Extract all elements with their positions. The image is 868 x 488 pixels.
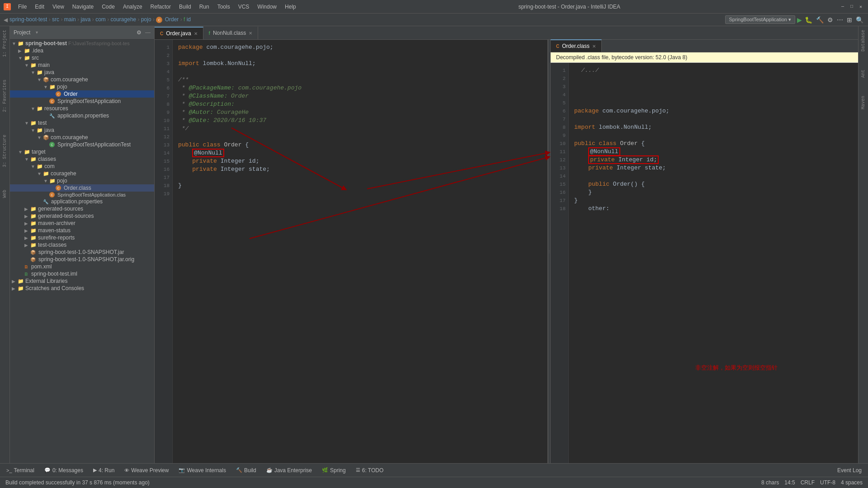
menu-run[interactable]: Run <box>196 3 213 11</box>
bc-id[interactable]: id <box>187 16 191 23</box>
status-line-ending[interactable]: CRLF <box>801 479 815 486</box>
tab-weave-internals[interactable]: 📷 Weave Internals <box>174 465 231 475</box>
bc-couragehe[interactable]: couragehe <box>111 16 137 23</box>
tab-nonnull[interactable]: f NonNull.class ✕ <box>203 27 259 39</box>
event-log-button[interactable]: Event Log <box>833 465 866 475</box>
bc-java[interactable]: java <box>80 16 90 23</box>
menu-view[interactable]: View <box>49 3 68 11</box>
tree-item-maven-archiver[interactable]: ▶ 📁 maven-archiver <box>10 220 154 227</box>
panel-tab-database[interactable]: Database <box>860 28 867 53</box>
project-dropdown-icon[interactable]: ▾ <box>36 30 38 35</box>
tree-item-main[interactable]: ▼ 📁 main <box>10 61 154 69</box>
tab-weave-preview[interactable]: 👁 Weave Preview <box>120 465 173 475</box>
tab-close-order-java[interactable]: ✕ <box>194 31 198 36</box>
status-indent[interactable]: 4 spaces <box>841 479 863 486</box>
run-config-selector[interactable]: SpringBootTestApplication ▾ <box>725 15 795 24</box>
project-settings-icon[interactable]: ⚙ <box>137 29 142 36</box>
menu-navigate[interactable]: Navigate <box>69 3 97 11</box>
menu-help[interactable]: Help <box>281 3 300 11</box>
tree-item-jar[interactable]: 📦 spring-boot-test-1.0-SNAPSHOT.jar <box>10 249 154 256</box>
tree-item-target-pojo[interactable]: ▼ 📁 pojo <box>10 177 154 184</box>
tab-spring[interactable]: 🌿 Spring <box>317 465 350 475</box>
tab-close-nonnull[interactable]: ✕ <box>249 31 252 36</box>
tree-item-test-java[interactable]: ▼ 📁 java <box>10 127 154 134</box>
tree-item-idea[interactable]: ▶ 📁 .idea <box>10 47 154 54</box>
tree-item-order-class[interactable]: C Order.class <box>10 184 154 192</box>
bc-pojo[interactable]: pojo <box>141 16 151 23</box>
tree-item-classes-couragehe[interactable]: ▼ 📁 couragehe <box>10 170 154 177</box>
bc-com[interactable]: com <box>95 16 106 23</box>
tree-item-resources[interactable]: ▼ 📁 resources <box>10 105 154 112</box>
debug-icon[interactable]: 🐛 <box>805 16 812 23</box>
tree-item-scratches[interactable]: ▶ 📁 Scratches and Consoles <box>10 285 154 292</box>
tree-item-classes[interactable]: ▼ 📁 classes <box>10 155 154 163</box>
tree-item-src[interactable]: ▼ 📁 src <box>10 54 154 61</box>
tab-messages[interactable]: 💬 0: Messages <box>40 465 88 475</box>
search-icon[interactable]: 🔍 <box>856 16 863 23</box>
tab-run[interactable]: ▶ 4: Run <box>89 465 119 475</box>
maximize-button[interactable]: □ <box>848 3 855 10</box>
run-button[interactable]: ▶ <box>797 16 802 23</box>
panel-tab-favorites[interactable]: 2: Favorites <box>1 78 8 114</box>
back-icon[interactable]: ◀ <box>4 17 8 23</box>
tree-item-order[interactable]: C Order <box>10 90 154 98</box>
tab-java-enterprise[interactable]: ☕ Java Enterprise <box>262 465 316 475</box>
tab-order-class[interactable]: C Order.class ✕ <box>551 39 602 52</box>
tree-item-iml[interactable]: 🗎 spring-boot-test.iml <box>10 270 154 277</box>
tab-order-java[interactable]: C Order.java ✕ <box>155 27 203 39</box>
menu-vcs[interactable]: VCS <box>235 3 253 11</box>
tree-item-springboot-app[interactable]: C SpringBootTestApplication <box>10 98 154 105</box>
menu-window[interactable]: Window <box>254 3 280 11</box>
bc-src[interactable]: src <box>52 16 59 23</box>
tab-todo[interactable]: ☰ 6: TODO <box>351 465 388 475</box>
tab-build[interactable]: 🔨 Build <box>231 465 261 475</box>
status-encoding[interactable]: UTF-8 <box>820 479 835 486</box>
tree-item-surefire[interactable]: ▶ 📁 surefire-reports <box>10 234 154 241</box>
status-position[interactable]: 14:5 <box>784 479 795 486</box>
menu-edit[interactable]: Edit <box>31 3 48 11</box>
panel-tab-structure[interactable]: 3: Structure <box>1 133 8 169</box>
menu-code[interactable]: Code <box>98 3 118 11</box>
tree-item-springboot-class[interactable]: C SpringBootTestApplication.clas <box>10 192 154 198</box>
tree-item-app-props[interactable]: 🔧 application.properties <box>10 112 154 119</box>
panel-tab-maven[interactable]: Maven <box>860 94 867 111</box>
panel-tab-ant[interactable]: Ant <box>860 68 867 80</box>
tree-item-maven-status[interactable]: ▶ 📁 maven-status <box>10 227 154 234</box>
menu-refactor[interactable]: Refactor <box>147 3 175 11</box>
bc-order[interactable]: Order <box>165 16 179 23</box>
tree-item-com-couragehe[interactable]: ▼ 📦 com.couragehe <box>10 76 154 83</box>
minimize-button[interactable]: — <box>839 3 846 10</box>
tree-item-gen-test-sources[interactable]: ▶ 📁 generated-test-sources <box>10 212 154 220</box>
tab-terminal[interactable]: >_ Terminal <box>2 465 39 475</box>
tree-item-external[interactable]: ▶ 📁 External Libraries <box>10 277 154 285</box>
tree-item-root[interactable]: ▼ 📁 spring-boot-test F:\Java\Test\spring… <box>10 40 154 47</box>
bc-project[interactable]: spring-boot-test <box>9 16 47 23</box>
tree-item-pojo[interactable]: ▼ 📁 pojo <box>10 83 154 90</box>
menu-build[interactable]: Build <box>175 3 195 11</box>
tree-item-test-class[interactable]: C SpringBootTestApplicationTest <box>10 141 154 148</box>
tree-item-pom[interactable]: 🗎 pom.xml <box>10 263 154 270</box>
tree-item-jar-orig[interactable]: 📦 spring-boot-test-1.0-SNAPSHOT.jar.orig <box>10 256 154 263</box>
tree-item-test-com[interactable]: ▼ 📦 com.couragehe <box>10 134 154 141</box>
left-code-body[interactable]: package com.couragehe.pojo; import lombo… <box>173 40 547 463</box>
menu-file[interactable]: File <box>14 3 30 11</box>
tree-item-java[interactable]: ▼ 📁 java <box>10 69 154 76</box>
tree-item-classes-com[interactable]: ▼ 📁 com <box>10 163 154 170</box>
bc-main[interactable]: main <box>64 16 76 23</box>
tree-item-target[interactable]: ▼ 📁 target <box>10 148 154 155</box>
project-collapse-icon[interactable]: — <box>145 29 151 36</box>
settings-icon[interactable]: ⚙ <box>827 16 833 23</box>
tree-item-test-classes[interactable]: ▶ 📁 test-classes <box>10 241 154 249</box>
right-code-body[interactable]: /.../ package com.couragehe.pojo; import… <box>569 63 858 463</box>
panel-tab-web[interactable]: Web <box>1 188 8 200</box>
layout-icon[interactable]: ⊞ <box>847 16 852 23</box>
menu-tools[interactable]: Tools <box>214 3 234 11</box>
tree-item-gen-sources[interactable]: ▶ 📁 generated-sources <box>10 205 154 212</box>
more-icon[interactable]: ⋯ <box>837 16 843 23</box>
panel-tab-project[interactable]: 1: Project <box>1 28 8 59</box>
tree-item-target-props[interactable]: 🔧 application.properties <box>10 198 154 205</box>
build-icon[interactable]: 🔨 <box>816 16 824 23</box>
tab-close-order-class[interactable]: ✕ <box>592 44 596 49</box>
menu-analyze[interactable]: Analyze <box>119 3 146 11</box>
close-button[interactable]: ✕ <box>857 3 864 10</box>
